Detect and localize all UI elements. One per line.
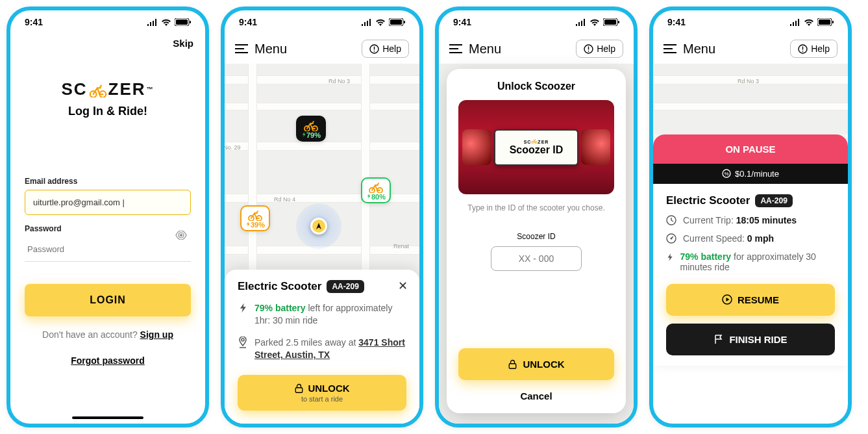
pause-banner: ON PAUSE: [653, 134, 848, 164]
svg-rect-9: [404, 21, 405, 23]
password-label: Password: [25, 224, 191, 233]
clock-icon: [666, 215, 676, 225]
battery-icon: [603, 18, 619, 26]
status-bar: 9:41: [225, 10, 419, 34]
play-icon: [722, 294, 732, 305]
close-icon[interactable]: ✕: [398, 279, 408, 293]
lock-icon: [294, 383, 304, 394]
svg-rect-23: [802, 46, 803, 49]
bike-icon: [247, 209, 264, 221]
screen-login: 9:41 Skip SC ZER™ Log In & Ride! Email a…: [6, 6, 209, 428]
svg-rect-20: [819, 19, 830, 25]
svg-rect-14: [604, 19, 616, 25]
password-field[interactable]: [25, 237, 191, 262]
screen-trip: 9:41 Menu Help Rd No 3 No. 29 Rd No 4 ON…: [649, 6, 852, 428]
unlock-button[interactable]: UNLOCK to start a ride: [238, 375, 406, 411]
svg-rect-4: [176, 19, 188, 25]
menu-label: Menu: [254, 42, 287, 57]
signup-link[interactable]: Sign up: [140, 329, 173, 340]
scooter-photo: SCZER Scoozer ID: [458, 100, 614, 194]
bike-icon: [303, 120, 319, 131]
scooter-title: Electric Scooter: [238, 280, 321, 293]
status-icons: [361, 18, 405, 26]
menu-icon[interactable]: [663, 44, 676, 53]
nav-arrow-icon: [315, 222, 323, 230]
menu-icon[interactable]: [449, 44, 462, 53]
bolt-icon: [238, 302, 248, 314]
wifi-icon: [161, 18, 171, 26]
svg-rect-17: [588, 46, 589, 49]
battery-icon: [175, 18, 191, 26]
svg-rect-21: [832, 21, 834, 23]
wifi-icon: [804, 18, 814, 26]
unlock-modal: Unlock Scoozer SCZER Scoozer ID Type in …: [447, 69, 626, 413]
license-plate: SCZER Scoozer ID: [494, 129, 578, 166]
map[interactable]: Rd No 3 No. 29 Rd No 4 Renat 79% 80% 39%…: [225, 64, 419, 424]
cancel-button[interactable]: Cancel: [458, 390, 614, 404]
forgot-password-link[interactable]: Forgot password: [25, 355, 191, 366]
svg-rect-5: [190, 21, 191, 23]
login-subtitle: Log In & Ride!: [10, 105, 205, 118]
status-bar: 9:41: [653, 10, 848, 34]
signal-icon: [789, 19, 800, 26]
lock-icon: [508, 359, 517, 370]
battery-icon: [389, 18, 405, 26]
finish-button[interactable]: FINISH RIDE: [666, 324, 835, 355]
user-location-dot: [296, 203, 341, 249]
bolt-icon: [301, 131, 306, 138]
menu-label: Menu: [469, 42, 501, 57]
scooter-id-badge: AA-209: [327, 280, 364, 293]
scooter-marker[interactable]: 39%: [240, 205, 270, 231]
wifi-icon: [375, 18, 386, 26]
scooter-marker-selected[interactable]: 79%: [296, 116, 326, 142]
svg-rect-12: [374, 51, 375, 52]
login-button[interactable]: LOGIN: [25, 284, 191, 316]
status-icons: [789, 18, 834, 26]
modal-hint: Type in the ID of the scooter you chose.: [458, 203, 614, 212]
battery-icon: [817, 18, 834, 26]
svg-text:%: %: [724, 171, 728, 177]
scoozer-id-input[interactable]: [491, 246, 582, 271]
scooter-title: Electric Scooter: [666, 194, 750, 207]
help-button[interactable]: Help: [362, 40, 409, 58]
menu-icon[interactable]: [235, 44, 248, 53]
email-field[interactable]: [25, 190, 191, 215]
status-bar: 9:41: [439, 10, 634, 34]
bike-icon: [531, 138, 538, 144]
flag-icon: [713, 334, 724, 344]
alert-icon: [798, 44, 808, 54]
app-logo: SC ZER™: [61, 79, 154, 99]
alert-icon: [584, 44, 593, 54]
menu-label: Menu: [683, 42, 715, 57]
bike-icon: [367, 181, 384, 193]
status-time: 9:41: [453, 17, 471, 27]
skip-link[interactable]: Skip: [173, 38, 193, 49]
screen-map: 9:41 Menu Help Rd No 3 No. 29 Rd No 4 Re…: [221, 6, 423, 428]
status-time: 9:41: [667, 17, 686, 27]
signal-icon: [575, 19, 586, 26]
scooter-marker[interactable]: 80%: [361, 177, 391, 203]
status-icons: [575, 18, 619, 26]
status-bar: 9:41: [10, 10, 205, 34]
eye-icon[interactable]: [175, 231, 187, 240]
screen-unlock: 9:41 Menu Help Unlock Scoozer SCZER Scoo…: [435, 6, 638, 428]
signup-row: Don't have an account? Sign up: [25, 329, 191, 340]
unlock-button[interactable]: UNLOCK: [458, 348, 614, 380]
help-button[interactable]: Help: [790, 40, 837, 58]
svg-rect-18: [588, 51, 589, 52]
alert-icon: [369, 44, 379, 54]
status-time: 9:41: [239, 17, 257, 27]
svg-rect-8: [390, 19, 402, 25]
signal-icon: [361, 19, 372, 26]
scoozer-id-label: Scoozer ID: [458, 232, 614, 241]
help-button[interactable]: Help: [576, 40, 623, 58]
svg-point-29: [671, 237, 673, 239]
modal-title: Unlock Scoozer: [458, 81, 614, 92]
status-icons: [147, 18, 191, 26]
scooter-id-badge: AA-209: [755, 194, 792, 207]
wifi-icon: [589, 18, 600, 26]
gauge-icon: [666, 233, 676, 244]
resume-button[interactable]: RESUME: [666, 284, 835, 316]
svg-rect-24: [802, 51, 803, 52]
status-time: 9:41: [25, 17, 43, 27]
